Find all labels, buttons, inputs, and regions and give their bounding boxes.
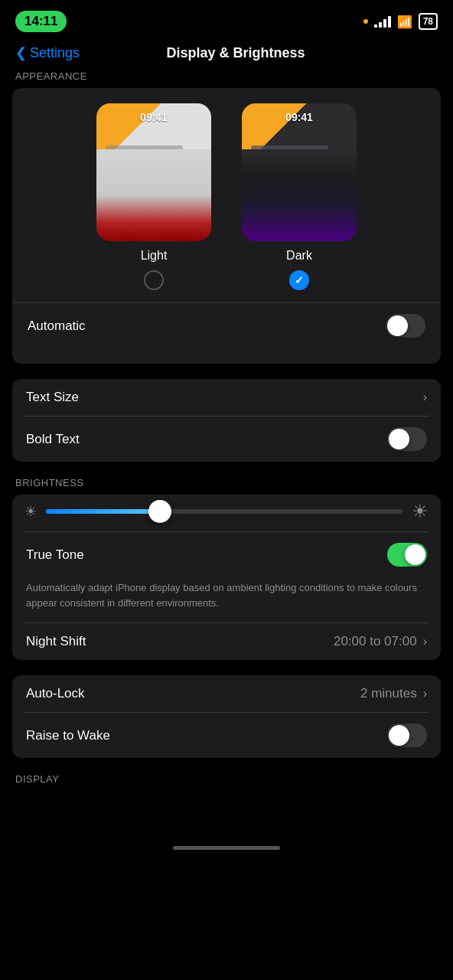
bold-text-toggle[interactable] — [387, 427, 427, 451]
raise-to-wake-label: Raise to Wake — [26, 728, 110, 743]
auto-lock-label: Auto-Lock — [26, 686, 85, 701]
dark-preview-body — [242, 149, 357, 241]
automatic-row: Automatic — [28, 303, 425, 348]
bold-text-toggle-knob — [389, 429, 409, 449]
nav-bar: ❮ Settings Display & Brightness — [0, 38, 453, 70]
auto-lock-right: 2 minutes › — [360, 686, 427, 701]
status-icons: 📶 78 — [363, 13, 438, 30]
night-shift-right: 20:00 to 07:00 › — [334, 634, 427, 649]
text-size-right: › — [423, 390, 427, 404]
automatic-label: Automatic — [28, 318, 86, 334]
dark-label: Dark — [286, 249, 312, 263]
page-title: Display & Brightness — [80, 45, 392, 61]
raise-to-wake-row: Raise to Wake — [12, 713, 441, 758]
automatic-toggle[interactable] — [386, 314, 425, 338]
text-size-label: Text Size — [26, 390, 79, 405]
auto-lock-card: Auto-Lock 2 minutes › Raise to Wake — [12, 675, 441, 758]
true-tone-description: Automatically adapt iPhone display based… — [12, 577, 441, 622]
battery-level: 78 — [419, 13, 438, 30]
night-shift-label: Night Shift — [26, 634, 86, 649]
raise-to-wake-toggle-knob — [389, 725, 409, 746]
light-label: Light — [141, 249, 168, 263]
light-preview-time: 09:41 — [96, 111, 211, 123]
dark-radio[interactable]: ✓ — [289, 270, 309, 290]
text-size-chevron-icon: › — [423, 390, 427, 404]
signal-bars-icon — [374, 15, 391, 28]
light-option[interactable]: 09:41 Light — [96, 103, 211, 290]
checkmark-icon: ✓ — [295, 274, 304, 286]
dark-theme-preview: 09:41 — [242, 103, 357, 241]
raise-to-wake-toggle[interactable] — [387, 724, 427, 747]
chevron-left-icon: ❮ — [15, 44, 27, 61]
sun-large-icon: ☀ — [412, 501, 429, 522]
light-radio[interactable] — [144, 270, 164, 290]
wifi-icon: 📶 — [397, 15, 412, 29]
home-indicator — [0, 837, 453, 856]
text-card: Text Size › Bold Text — [12, 379, 441, 462]
auto-lock-value: 2 minutes — [360, 686, 417, 701]
bold-text-label: Bold Text — [26, 432, 80, 447]
night-shift-value: 20:00 to 07:00 — [334, 634, 417, 649]
brightness-section-label: BRIGHTNESS — [0, 477, 453, 495]
sun-small-icon: ☀ — [24, 503, 37, 520]
brightness-slider[interactable] — [46, 509, 402, 514]
brightness-slider-row: ☀ ☀ — [12, 495, 441, 531]
slider-thumb[interactable] — [148, 500, 171, 523]
true-tone-toggle-knob — [405, 544, 425, 565]
true-tone-label: True Tone — [26, 547, 84, 563]
light-theme-preview: 09:41 — [96, 103, 211, 241]
night-shift-row[interactable]: Night Shift 20:00 to 07:00 › — [12, 623, 441, 660]
dark-preview-time: 09:41 — [242, 111, 357, 123]
bold-text-row: Bold Text — [12, 416, 441, 462]
back-button[interactable]: ❮ Settings — [15, 44, 80, 61]
automatic-toggle-knob — [387, 315, 408, 336]
brightness-card: ☀ ☀ True Tone Automatically adapt iPhone… — [12, 495, 441, 660]
display-section-label: DISPLAY — [0, 773, 453, 791]
battery-indicator: 78 — [419, 13, 438, 30]
true-tone-toggle[interactable] — [387, 543, 427, 567]
status-time: 14:11 — [15, 11, 67, 32]
night-shift-chevron-icon: › — [423, 635, 427, 648]
text-size-row[interactable]: Text Size › — [12, 379, 441, 416]
status-bar: 14:11 📶 78 — [0, 0, 453, 38]
appearance-options-container: 09:41 Light 09:41 — [12, 88, 441, 364]
light-preview-body — [96, 149, 211, 241]
true-tone-row: True Tone — [12, 532, 441, 577]
appearance-options: 09:41 Light 09:41 — [28, 103, 425, 290]
dark-option[interactable]: 09:41 Dark ✓ — [242, 103, 357, 290]
dot-indicator — [363, 19, 368, 24]
appearance-section-label: APPEARANCE — [0, 70, 453, 88]
home-bar — [173, 846, 280, 850]
appearance-card: 09:41 Light 09:41 — [12, 88, 441, 364]
auto-lock-chevron-icon: › — [423, 687, 427, 701]
back-label: Settings — [30, 45, 80, 61]
auto-lock-row[interactable]: Auto-Lock 2 minutes › — [12, 675, 441, 712]
slider-fill — [46, 509, 160, 514]
